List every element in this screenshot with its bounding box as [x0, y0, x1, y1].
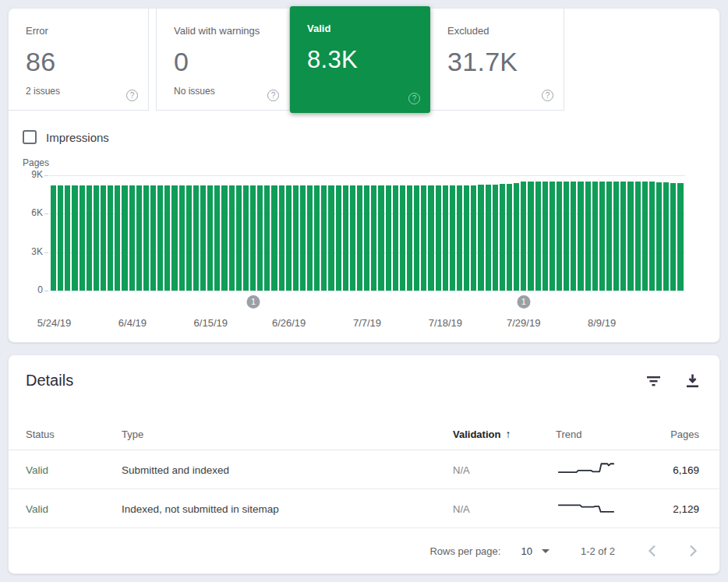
chart-bar[interactable] [314, 185, 320, 291]
chart-bar[interactable] [642, 182, 648, 291]
chart-bar[interactable] [400, 185, 405, 291]
previous-page-button[interactable] [648, 545, 656, 557]
chart-bar[interactable] [171, 185, 177, 291]
chart-bar[interactable] [229, 185, 235, 291]
chart-bar[interactable] [542, 182, 548, 291]
chart-bar[interactable] [143, 185, 149, 291]
chart-bar[interactable] [122, 185, 127, 291]
chart-bar[interactable] [378, 185, 383, 291]
chart-bar[interactable] [428, 185, 433, 291]
status-card-excluded[interactable]: Excluded31.7K? [430, 9, 564, 111]
chart-bar[interactable] [94, 185, 99, 291]
impressions-toggle[interactable]: Impressions [23, 123, 109, 151]
chart-bar[interactable] [535, 182, 541, 291]
chart-bar[interactable] [300, 185, 306, 291]
chart-bar[interactable] [157, 185, 163, 291]
column-header-type[interactable]: Type [122, 428, 426, 439]
chart-bar[interactable] [571, 182, 576, 291]
chart-bar[interactable] [471, 185, 476, 291]
status-card-valid[interactable]: Valid8.3K? [290, 6, 430, 113]
chart-bar[interactable] [371, 185, 376, 291]
chart-bar[interactable] [528, 182, 533, 291]
chart-bar[interactable] [293, 185, 299, 291]
chart-bar[interactable] [200, 185, 206, 291]
column-header-validation[interactable]: Validation↑ [453, 428, 539, 440]
chart-bar[interactable] [243, 185, 249, 291]
chart-bar[interactable] [164, 185, 170, 291]
chart-bar[interactable] [115, 185, 120, 291]
chart-bar[interactable] [72, 185, 77, 291]
rows-per-page-dropdown[interactable]: 10 [521, 545, 549, 557]
status-card-valid-with-warnings[interactable]: Valid with warnings0No issues? [156, 9, 290, 111]
chart-bar[interactable] [486, 185, 491, 291]
chart-bar[interactable] [620, 182, 626, 291]
chart-bar[interactable] [186, 185, 192, 291]
chart-bar[interactable] [457, 185, 462, 291]
chart-bar[interactable] [443, 185, 448, 291]
chart-bar[interactable] [150, 185, 156, 291]
chart-bar[interactable] [65, 185, 70, 291]
chart-bar[interactable] [87, 185, 92, 291]
chart-bar[interactable] [257, 185, 263, 291]
chart-bar[interactable] [271, 185, 277, 291]
chart-bar[interactable] [436, 185, 441, 291]
column-header-status[interactable]: Status [26, 428, 111, 439]
chart-bar[interactable] [557, 182, 562, 291]
status-card-error[interactable]: Error862 issues? [9, 9, 149, 111]
chart-bar[interactable] [350, 185, 355, 291]
table-row[interactable]: ValidSubmitted and indexedN/A6,169 [9, 450, 719, 489]
chart-bar[interactable] [386, 185, 391, 291]
help-icon[interactable]: ? [267, 90, 279, 101]
chart-bar[interactable] [592, 182, 598, 291]
chart-bar[interactable] [478, 185, 483, 291]
column-header-trend[interactable]: Trend [556, 428, 618, 439]
filter-icon[interactable] [645, 372, 662, 390]
chart-bar[interactable] [649, 182, 655, 291]
chart-bar[interactable] [364, 185, 369, 291]
chart-annotation-marker[interactable]: 1 [247, 295, 260, 309]
chart-bar[interactable] [627, 182, 633, 291]
chart-bar[interactable] [51, 185, 56, 291]
column-header-pages[interactable]: Pages [670, 428, 699, 439]
chart-bar[interactable] [307, 185, 313, 291]
chart-bar[interactable] [136, 185, 142, 291]
help-icon[interactable]: ? [126, 90, 138, 101]
chart-bar[interactable] [250, 185, 256, 291]
chart-bar[interactable] [464, 185, 469, 291]
chart-bar[interactable] [677, 183, 683, 291]
chart-bar[interactable] [336, 185, 341, 291]
chart-bar[interactable] [599, 182, 605, 291]
chart-bar[interactable] [108, 185, 113, 291]
chart-bar[interactable] [193, 185, 199, 291]
chart-bar[interactable] [264, 185, 270, 291]
chart-bar[interactable] [663, 182, 669, 291]
chart-bar[interactable] [493, 185, 498, 291]
chart-bar[interactable] [321, 185, 327, 291]
help-icon[interactable]: ? [542, 90, 553, 101]
chart-bar[interactable] [279, 185, 284, 291]
chart-bar[interactable] [286, 185, 292, 291]
chart-bar[interactable] [407, 185, 412, 291]
chart-bar[interactable] [564, 182, 569, 291]
help-icon[interactable]: ? [408, 93, 420, 104]
chart-bar[interactable] [328, 185, 334, 291]
chart-bar[interactable] [656, 182, 662, 291]
chart-bar[interactable] [393, 185, 398, 291]
impressions-checkbox[interactable] [23, 130, 37, 144]
chart-annotation-marker[interactable]: 1 [517, 295, 530, 309]
chart-bar[interactable] [357, 185, 362, 291]
chart-bar[interactable] [670, 183, 676, 291]
chart-bar[interactable] [450, 185, 455, 291]
chart-bar[interactable] [129, 185, 135, 291]
chart-bar[interactable] [514, 183, 519, 291]
chart-bar[interactable] [343, 185, 348, 291]
chart-bar[interactable] [101, 185, 106, 291]
chart-bars[interactable] [51, 175, 684, 291]
chart-bar[interactable] [179, 185, 185, 291]
table-row[interactable]: ValidIndexed, not submitted in sitemapN/… [9, 489, 719, 528]
chart-bar[interactable] [207, 185, 213, 291]
chart-bar[interactable] [521, 182, 526, 291]
chart-bar[interactable] [500, 184, 505, 291]
next-page-button[interactable] [689, 545, 698, 557]
chart-bar[interactable] [414, 185, 419, 291]
